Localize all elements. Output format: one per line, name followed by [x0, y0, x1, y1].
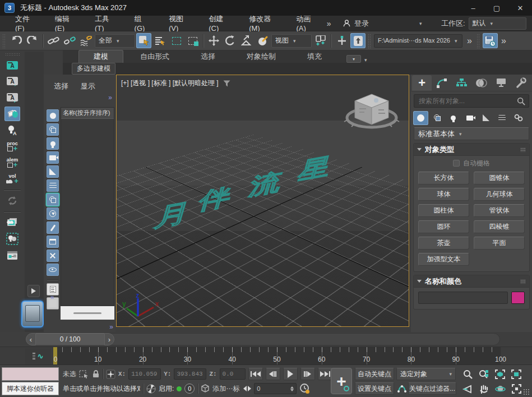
asset-library-button[interactable]	[4, 215, 20, 230]
select-and-scale-button[interactable]	[239, 33, 254, 48]
key-mode-dropdown[interactable]: 选定对象▾	[396, 368, 456, 380]
notification-badge[interactable]: 0	[184, 384, 195, 394]
next-frame-button[interactable]	[300, 368, 315, 380]
new-key-icon[interactable]	[397, 384, 407, 394]
bind-to-space-warp-button[interactable]	[78, 33, 94, 48]
signin-menu[interactable]: 登录	[343, 19, 369, 29]
select-and-rotate-button[interactable]	[223, 33, 238, 48]
set-keys-button[interactable]: +	[331, 368, 352, 394]
maxscript-mini-listener[interactable]: 脚本迷你侦听器	[2, 382, 59, 395]
autosave-button[interactable]	[483, 33, 498, 48]
display-groups-toggle[interactable]	[47, 193, 59, 206]
explorer-overflow-icon[interactable]: »	[108, 94, 111, 101]
maximize-button[interactable]: ▢	[485, 0, 508, 16]
zoom-extents-all-button[interactable]	[508, 367, 524, 381]
menu-tools[interactable]: 工具(T)	[85, 16, 125, 31]
explorer-bottom-overflow-icon[interactable]: »	[109, 323, 112, 331]
redo-button[interactable]	[25, 33, 40, 48]
cylinder-button[interactable]: 圆柱体	[418, 204, 469, 217]
toolbar-overflow2-icon[interactable]: »	[501, 36, 505, 46]
pan-view-button[interactable]	[476, 382, 492, 396]
maximize-viewport-toggle[interactable]	[508, 382, 524, 396]
ribbon-minimize-caret-icon[interactable]: ▾	[364, 57, 367, 63]
auto-key-toggle[interactable]: 自动关键点	[355, 368, 394, 380]
category-helpers-button[interactable]	[478, 111, 493, 125]
select-and-place-button[interactable]	[255, 33, 270, 48]
category-lights-button[interactable]	[446, 111, 461, 125]
ribbon-panel-polygon-modeling[interactable]: 多边形建模	[72, 63, 115, 75]
autogrid-checkbox[interactable]	[453, 160, 460, 167]
object-name-field[interactable]	[418, 292, 508, 304]
light-lister-button[interactable]: A	[4, 123, 20, 137]
select-and-manipulate-button[interactable]	[334, 33, 349, 48]
app-logo-icon[interactable]: 3	[4, 3, 15, 13]
select-and-move-button[interactable]	[206, 33, 221, 48]
cone-button[interactable]: 圆锥体	[474, 172, 525, 184]
menu-views[interactable]: 视图(V)	[159, 16, 199, 31]
rectangular-selection-region-button[interactable]	[169, 33, 184, 48]
toolbar-drag-handle[interactable]	[2, 34, 6, 48]
macro-recorder-button[interactable]: A	[4, 74, 20, 89]
add-time-tag[interactable]: 添加⋯标	[212, 384, 239, 394]
display-lights-toggle[interactable]	[47, 137, 59, 150]
orbit-button[interactable]	[492, 382, 508, 396]
time-tag-cube-icon[interactable]	[201, 384, 210, 393]
menu-animation[interactable]: 动画(A)	[286, 16, 326, 31]
key-filters-button[interactable]: 关键点过滤器...	[408, 382, 456, 395]
selection-lock-toggle[interactable]	[92, 370, 100, 378]
render-setup-button[interactable]	[4, 107, 20, 121]
prev-frame-arrow[interactable]: ‹	[26, 333, 36, 345]
maxscript-editor-button[interactable]: A	[4, 58, 20, 72]
display-containers-toggle[interactable]	[47, 236, 59, 248]
create-alem-button[interactable]: alem+	[4, 155, 20, 170]
display-bones-toggle[interactable]	[47, 221, 59, 234]
zoom-extents-button[interactable]	[492, 367, 508, 381]
set-key-toggle[interactable]: 设置关键点	[355, 382, 394, 395]
field-of-view-button[interactable]	[460, 382, 475, 396]
play-button[interactable]	[283, 368, 298, 380]
box-button[interactable]: 长方体	[418, 172, 469, 184]
maxscript-listener-output[interactable]	[2, 367, 59, 381]
viewport[interactable]: [+] [透视 ] [标准 ] [默认明暗处理 ] 月 伴 流 星 x y z	[116, 75, 409, 327]
display-spacewarps-toggle[interactable]	[47, 179, 59, 192]
tab-display[interactable]	[491, 75, 511, 91]
primitive-set-dropdown[interactable]: 标准基本体 ▾	[414, 127, 529, 140]
select-object-button[interactable]	[136, 33, 151, 48]
frame-spinner[interactable]	[290, 386, 294, 391]
time-slider-value[interactable]: 0 / 100	[36, 333, 104, 345]
teapot-button[interactable]: 茶壶	[418, 237, 469, 250]
update-disabled-button[interactable]	[4, 193, 20, 208]
tab-utilities[interactable]	[511, 75, 531, 91]
use-pivot-point-button[interactable]	[313, 33, 328, 48]
z-coord-field[interactable]	[220, 368, 246, 380]
display-shapes-toggle[interactable]	[47, 123, 59, 136]
current-frame-field[interactable]: 0	[254, 383, 297, 394]
y-coord-field[interactable]	[174, 368, 206, 380]
geosphere-button[interactable]: 几何球体	[474, 188, 525, 201]
create-vol-button[interactable]: vol+	[4, 172, 20, 186]
tab-hierarchy[interactable]	[452, 75, 471, 91]
run-script-button[interactable]: A	[4, 90, 20, 105]
go-to-start-button[interactable]	[248, 368, 263, 380]
plane-button[interactable]: 平面	[474, 237, 525, 250]
ribbon-tab-selection[interactable]: 选择	[186, 50, 230, 63]
ribbon-tab-freeform[interactable]: 自由形式	[126, 50, 184, 63]
go-to-end-button[interactable]	[318, 368, 332, 380]
time-configuration-button[interactable]	[299, 384, 310, 394]
next-frame-arrow[interactable]: ›	[104, 333, 114, 345]
sphere-button[interactable]: 球体	[418, 188, 469, 201]
absolute-mode-toggle[interactable]	[106, 370, 115, 379]
explorer-menu-display[interactable]: 显示	[81, 81, 95, 91]
workspace-dropdown[interactable]: 默认 ▾	[469, 17, 526, 30]
selection-region-icon[interactable]	[79, 370, 89, 378]
window-crossing-toggle[interactable]	[185, 33, 200, 48]
viewcube[interactable]	[343, 87, 401, 135]
category-cameras-button[interactable]	[462, 111, 477, 125]
tab-modify[interactable]	[432, 75, 451, 91]
display-geometry-toggle[interactable]	[47, 109, 59, 122]
explorer-list[interactable]: 名称(按升序排序)	[61, 107, 114, 306]
toolbar-overflow-icon[interactable]: »	[467, 36, 471, 46]
selection-filter-dropdown[interactable]: 全部▾	[95, 34, 135, 48]
tab-motion[interactable]	[471, 75, 491, 91]
search-all-objects-box[interactable]	[414, 94, 529, 108]
